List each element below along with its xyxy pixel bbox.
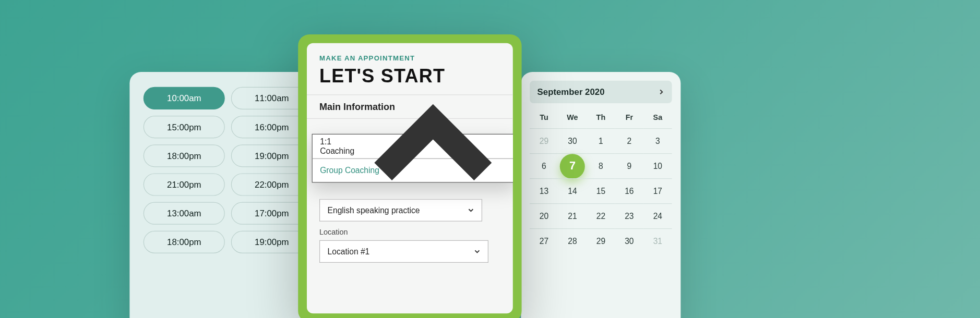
timeslot-button[interactable]: 15:00pm — [144, 116, 225, 138]
timeslot-button[interactable]: 21:00pm — [144, 173, 225, 195]
timeslot-button[interactable]: 10:00am — [144, 87, 225, 109]
chevron-right-icon[interactable] — [658, 89, 664, 95]
service-option-label: Group Coaching — [320, 166, 379, 175]
calendar-day[interactable]: 28 — [558, 228, 587, 253]
form-eyebrow: MAKE AN APPOINTMENT — [319, 54, 500, 62]
location-field-label: Location — [319, 228, 500, 237]
chevron-down-icon — [474, 248, 480, 254]
calendar-day[interactable]: 29 — [587, 228, 615, 253]
timeslot-button[interactable]: 18:00pm — [144, 231, 225, 253]
service-option-label: 1:1 Coaching — [320, 137, 358, 156]
calendar-day[interactable]: 21 — [558, 203, 587, 228]
calendar-day: 29 — [530, 128, 558, 153]
calendar-day[interactable]: 30 — [615, 228, 643, 253]
calendar-day[interactable]: 24 — [643, 203, 672, 228]
calendar-day[interactable]: 20 — [530, 203, 558, 228]
calendar-day[interactable]: 23 — [615, 203, 643, 228]
calendar-day[interactable]: 2 — [615, 128, 643, 153]
timeslot-button[interactable]: 18:00pm — [144, 144, 225, 167]
calendar-dow-label: Fr — [615, 109, 643, 128]
calendar-day[interactable]: 6 — [530, 153, 558, 178]
chevron-up-icon — [358, 71, 508, 221]
timeslot-button[interactable]: 13:00am — [144, 202, 225, 225]
calendar-day[interactable]: 3 — [643, 128, 672, 153]
appointment-form-card: MAKE AN APPOINTMENT LET'S START Main Inf… — [298, 34, 521, 318]
calendar-day[interactable]: 14 — [558, 178, 587, 203]
calendar-day[interactable]: 7 — [558, 153, 587, 178]
calendar-dayofweek-row: TuWeThFrSa — [530, 109, 672, 128]
calendar-day[interactable]: 10 — [643, 153, 672, 178]
location-selected-label: Location #1 — [328, 247, 370, 256]
appointment-form-inner: MAKE AN APPOINTMENT LET'S START Main Inf… — [307, 43, 513, 313]
calendar-day[interactable]: 17 — [643, 178, 672, 203]
calendar-days-grid: 2930123678910131415161720212223242728293… — [530, 128, 672, 253]
calendar-day[interactable]: 15 — [587, 178, 615, 203]
form-body: Select Service 1:1 Coaching Group Coachi… — [307, 119, 513, 272]
calendar-dow-label: Sa — [643, 109, 672, 128]
calendar-dow-label: Tu — [530, 109, 558, 128]
calendar-month-label: September 2020 — [537, 87, 605, 97]
calendar-header: September 2020 — [530, 81, 672, 103]
calendar-day[interactable]: 22 — [587, 203, 615, 228]
calendar-day[interactable]: 9 — [615, 153, 643, 178]
calendar-panel: September 2020 TuWeThFrSa 29301236789101… — [521, 72, 680, 318]
calendar-day[interactable]: 13 — [530, 178, 558, 203]
calendar-dow-label: We — [558, 109, 587, 128]
calendar-day: 31 — [643, 228, 672, 253]
calendar-day[interactable]: 8 — [587, 153, 615, 178]
location-select[interactable]: Location #1 — [319, 240, 488, 263]
calendar-day[interactable]: 30 — [558, 128, 587, 153]
calendar-day[interactable]: 16 — [615, 178, 643, 203]
service-dropdown[interactable]: 1:1 Coaching Group Coaching — [312, 134, 513, 183]
calendar-day[interactable]: 27 — [530, 228, 558, 253]
calendar-dow-label: Th — [587, 109, 615, 128]
calendar-day[interactable]: 1 — [587, 128, 615, 153]
service-option-selected[interactable]: 1:1 Coaching — [313, 134, 513, 158]
